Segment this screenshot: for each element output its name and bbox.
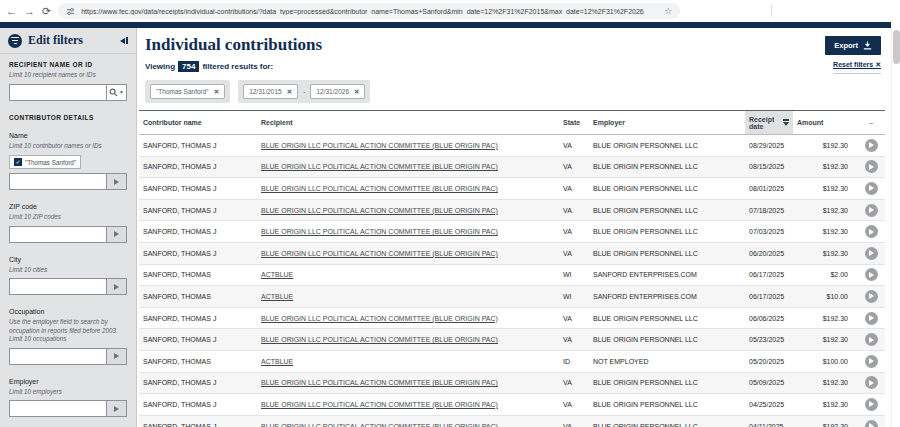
site-settings-icon[interactable] <box>66 7 75 16</box>
contributor-name-input[interactable] <box>9 173 106 190</box>
expand-row-button[interactable] <box>865 139 878 152</box>
col-receipt-date[interactable]: Receipt date <box>745 111 793 135</box>
recipient-link[interactable]: BLUE ORIGIN LLC POLITICAL ACTION COMMITT… <box>261 185 498 192</box>
recipient-link[interactable]: ACTBLUE <box>261 293 293 300</box>
expand-row-button[interactable] <box>865 204 878 217</box>
filter-icon <box>8 34 22 48</box>
recipient-cell: BLUE ORIGIN LLC POLITICAL ACTION COMMITT… <box>257 135 559 157</box>
state-cell: VA <box>559 221 589 243</box>
checkbox-checked-icon[interactable]: ✓ <box>14 158 22 166</box>
reload-icon[interactable]: ⟳ <box>42 6 51 17</box>
expand-row-button[interactable] <box>865 225 878 238</box>
zip-submit-button[interactable] <box>106 226 127 243</box>
bookmark-star-icon[interactable]: ☆ <box>664 6 672 16</box>
recipient-link[interactable]: BLUE ORIGIN LLC POLITICAL ACTION COMMITT… <box>261 379 498 386</box>
expand-row-button[interactable] <box>865 420 878 427</box>
recipient-link[interactable]: BLUE ORIGIN LLC POLITICAL ACTION COMMITT… <box>261 142 498 149</box>
page-scrollbar[interactable] <box>891 28 900 427</box>
receipt-date-cell: 04/11/2025 <box>745 415 793 427</box>
actions-cell <box>857 221 885 243</box>
recipient-cell: ACTBLUE <box>257 264 559 286</box>
table-row: SANFORD, THOMAS J BLUE ORIGIN LLC POLITI… <box>139 329 885 351</box>
collapse-sidebar-button[interactable] <box>120 37 128 44</box>
viewing-prefix: Viewing <box>145 62 175 71</box>
expand-row-button[interactable] <box>865 247 878 260</box>
state-cell: ID <box>559 350 589 372</box>
arrow-right-icon <box>114 231 119 237</box>
receipt-date-cell: 05/09/2025 <box>745 372 793 394</box>
active-filter-tags: "Thomas Sanford" ✕ 12/31/2015 ✕ - 12/31/… <box>145 80 891 103</box>
actions-cell <box>857 307 885 329</box>
remove-date-from-filter-icon[interactable]: ✕ <box>287 88 292 96</box>
employer-submit-button[interactable] <box>106 400 127 417</box>
recipient-link[interactable]: BLUE ORIGIN LLC POLITICAL ACTION COMMITT… <box>261 250 498 257</box>
download-icon <box>863 41 872 50</box>
amount-cell: $192.30 <box>793 329 857 351</box>
back-icon[interactable]: ← <box>6 6 17 17</box>
employer-input[interactable] <box>9 400 106 417</box>
recipient-link[interactable]: BLUE ORIGIN LLC POLITICAL ACTION COMMITT… <box>261 336 498 343</box>
city-hint: Limit 10 cities <box>9 266 127 275</box>
contributor-section-heading: CONTRIBUTOR DETAILS <box>9 114 127 121</box>
contributor-name-submit-button[interactable] <box>106 173 127 190</box>
recipient-cell: BLUE ORIGIN LLC POLITICAL ACTION COMMITT… <box>257 199 559 221</box>
recipient-search-button[interactable]: ▼ <box>106 84 127 101</box>
zip-input[interactable] <box>9 226 106 243</box>
city-input[interactable] <box>9 278 106 295</box>
amount-cell: $100.00 <box>793 350 857 372</box>
employer-cell: BLUE ORIGIN PERSONNEL LLC <box>589 178 745 200</box>
forward-icon[interactable]: → <box>24 6 35 17</box>
play-icon <box>869 185 874 191</box>
occupation-submit-button[interactable] <box>106 348 127 365</box>
amount-cell: $10.00 <box>793 286 857 308</box>
expand-row-button[interactable] <box>865 312 878 325</box>
state-cell: VA <box>559 156 589 178</box>
reset-filters-link[interactable]: Reset filters ✕ <box>833 61 881 74</box>
recipient-cell: BLUE ORIGIN LLC POLITICAL ACTION COMMITT… <box>257 221 559 243</box>
expand-row-button[interactable] <box>865 268 878 281</box>
name-label: Name <box>9 132 127 139</box>
play-icon <box>869 164 874 170</box>
recipient-link[interactable]: ACTBLUE <box>261 271 293 278</box>
city-submit-button[interactable] <box>106 278 127 295</box>
scrollbar-thumb[interactable] <box>893 30 900 64</box>
recipient-search-input[interactable] <box>9 84 106 101</box>
recipient-cell: BLUE ORIGIN LLC POLITICAL ACTION COMMITT… <box>257 329 559 351</box>
address-bar[interactable]: https://www.fec.gov/data/receipts/indivi… <box>58 3 680 19</box>
table-body: SANFORD, THOMAS J BLUE ORIGIN LLC POLITI… <box>139 135 885 427</box>
recipient-link[interactable]: BLUE ORIGIN LLC POLITICAL ACTION COMMITT… <box>261 401 498 408</box>
expand-row-button[interactable] <box>865 290 878 303</box>
actions-cell <box>857 286 885 308</box>
contributor-name-filter-tag[interactable]: ✓ "Thomas Sanford" <box>9 155 81 169</box>
expand-row-button[interactable] <box>865 398 878 411</box>
recipient-cell: ACTBLUE <box>257 286 559 308</box>
occupation-input[interactable] <box>9 348 106 365</box>
recipient-link[interactable]: BLUE ORIGIN LLC POLITICAL ACTION COMMITT… <box>261 315 498 322</box>
recipient-link[interactable]: BLUE ORIGIN LLC POLITICAL ACTION COMMITT… <box>261 228 498 235</box>
remove-name-filter-icon[interactable]: ✕ <box>214 88 219 96</box>
col-employer: Employer <box>589 111 745 135</box>
employer-cell: NOT EMPLOYED <box>589 350 745 372</box>
recipient-cell: BLUE ORIGIN LLC POLITICAL ACTION COMMITT… <box>257 178 559 200</box>
results-summary: Viewing 754 filtered results for: <box>145 61 273 72</box>
recipient-link[interactable]: BLUE ORIGIN LLC POLITICAL ACTION COMMITT… <box>261 163 498 170</box>
expand-row-button[interactable] <box>865 182 878 195</box>
recipient-link[interactable]: ACTBLUE <box>261 358 293 365</box>
export-button[interactable]: Export <box>825 36 881 55</box>
edit-filters-header: Edit filters <box>0 28 136 54</box>
expand-row-button[interactable] <box>865 160 878 173</box>
sort-descending-icon[interactable] <box>783 119 789 126</box>
expand-row-button[interactable] <box>865 355 878 368</box>
arrow-right-icon <box>114 179 119 185</box>
recipient-link[interactable]: BLUE ORIGIN LLC POLITICAL ACTION COMMITT… <box>261 423 498 427</box>
url-text[interactable]: https://www.fec.gov/data/receipts/indivi… <box>81 8 658 15</box>
zip-hint: Limit 10 ZIP codes <box>9 213 127 222</box>
recipient-hint: Limit 10 recipient names or IDs <box>9 71 127 80</box>
expand-row-button[interactable] <box>865 376 878 389</box>
play-icon <box>869 272 874 278</box>
remove-date-to-filter-icon[interactable]: ✕ <box>354 88 359 96</box>
recipient-link[interactable]: BLUE ORIGIN LLC POLITICAL ACTION COMMITT… <box>261 207 498 214</box>
expand-row-button[interactable] <box>865 333 878 346</box>
amount-cell: $192.30 <box>793 307 857 329</box>
state-cell: VA <box>559 394 589 416</box>
